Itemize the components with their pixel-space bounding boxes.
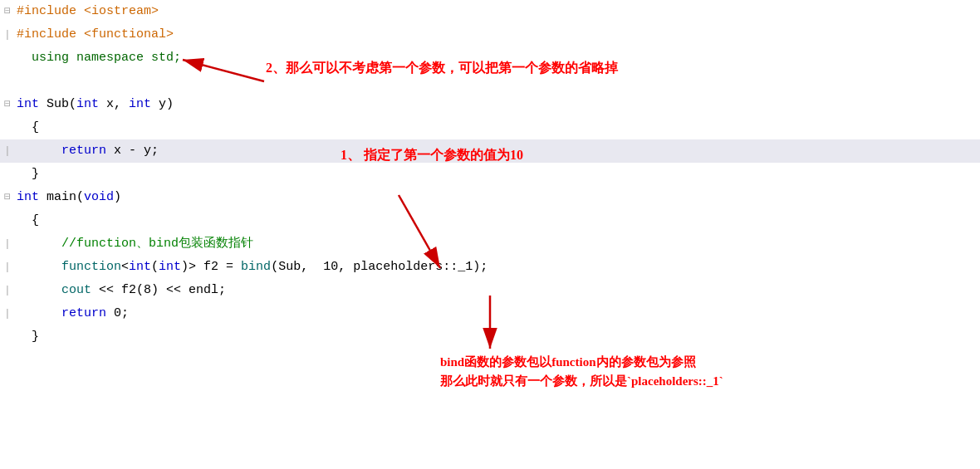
token: { [17,120,39,134]
code-text-14: return 0; [15,302,980,325]
token: (Sub, 10, placeholders::_1); [271,260,488,274]
token [17,237,61,251]
token: return [61,306,106,320]
gutter-10 [0,209,15,232]
code-text-8: } [15,163,980,186]
token: ) [114,190,121,204]
code-line-4 [0,70,980,93]
code-text-6: { [15,116,980,139]
token: int [129,97,151,111]
token: #include <functional> [17,27,174,42]
token: )> f2 = [181,260,241,274]
token: int [17,190,39,204]
gutter-8 [0,163,15,186]
gutter-1: ⊟ [0,0,15,23]
token [17,306,61,320]
token: { [17,213,39,227]
token: //function、bind包装函数指针 [61,237,253,251]
token [17,260,61,274]
token: int [17,97,39,111]
code-area: ⊟ #include <iostream> | #include <functi… [0,0,980,469]
code-text-1: #include <iostream> [15,0,980,23]
code-line-11: | //function、bind包装函数指针 [0,232,980,256]
code-line-8: } [0,163,980,186]
token: int [159,260,181,274]
token: int [129,260,151,274]
token: bind [241,260,271,274]
gutter-3 [0,46,15,70]
token: y) [151,97,174,111]
gutter-5: ⊟ [0,93,15,116]
token: int [76,97,99,111]
code-line-3: using namespace std; [0,46,980,70]
token: x - y; [106,144,159,158]
token: cout [61,283,91,297]
token: function [61,260,121,274]
token: Sub( [39,97,76,111]
token: #include <iostream> [17,4,159,18]
token: return [61,144,106,158]
code-text-11: //function、bind包装函数指针 [15,232,980,256]
code-text-12: function<int(int)> f2 = bind(Sub, 10, pl… [15,256,980,279]
gutter-12: | [0,256,15,279]
token: << f2(8) << endl; [91,283,226,297]
code-line-7: | return x - y; [0,139,980,163]
gutter-4 [0,70,15,93]
code-text-2: #include <functional> [15,23,980,46]
code-line-13: | cout << f2(8) << endl; [0,279,980,302]
gutter-13: | [0,279,15,302]
token: main( [39,190,84,204]
code-text-10: { [15,209,980,232]
gutter-15 [0,325,15,349]
gutter-9: ⊟ [0,186,15,209]
gutter-7: | [0,139,15,163]
code-text-13: cout << f2(8) << endl; [15,279,980,302]
token: 0; [106,306,129,320]
token: } [17,167,39,181]
token: ( [151,260,159,274]
token: using namespace std; [17,51,181,65]
code-line-14: | return 0; [0,302,980,325]
code-text-5: int Sub(int x, int y) [15,93,980,116]
code-line-6: { [0,116,980,139]
code-line-15: } [0,325,980,349]
code-text-7: return x - y; [15,139,980,163]
token [17,144,61,158]
token [17,283,61,297]
code-text-4 [15,70,980,93]
code-line-5: ⊟ int Sub(int x, int y) [0,93,980,116]
gutter-14: | [0,302,15,325]
code-line-2: | #include <functional> [0,23,980,46]
token: void [84,190,114,204]
code-line-9: ⊟ int main(void) [0,186,980,209]
token: } [17,330,39,344]
code-text-9: int main(void) [15,186,980,209]
token: x, [99,97,129,111]
gutter-2: | [0,23,15,46]
token: < [121,260,129,274]
gutter-11: | [0,232,15,256]
code-text-15: } [15,325,980,349]
code-text-3: using namespace std; [15,46,980,70]
code-line-12: | function<int(int)> f2 = bind(Sub, 10, … [0,256,980,279]
gutter-6 [0,116,15,139]
code-line-1: ⊟ #include <iostream> [0,0,980,23]
code-line-10: { [0,209,980,232]
